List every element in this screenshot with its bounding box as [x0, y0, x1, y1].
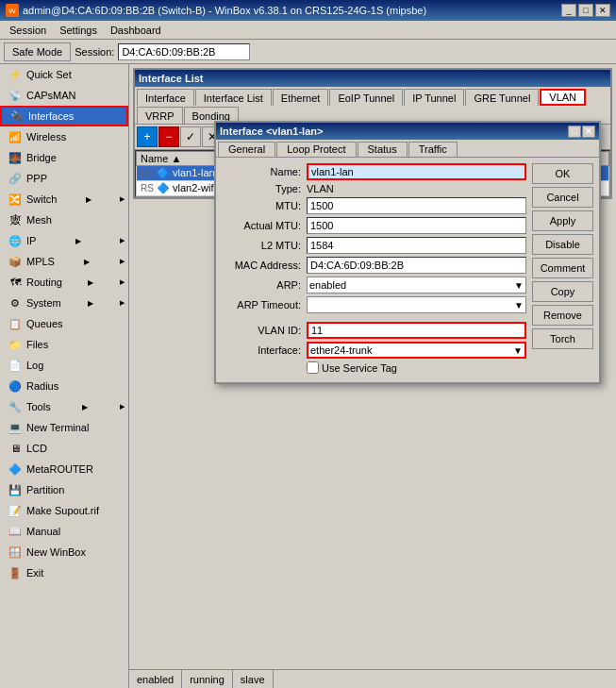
- quick-set-icon: ⚡: [8, 67, 23, 82]
- session-input[interactable]: [118, 43, 250, 60]
- close-btn[interactable]: ✕: [595, 4, 610, 17]
- sidebar-item-exit[interactable]: 🚪 Exit: [0, 562, 128, 583]
- switch-arrow: ▶: [86, 195, 92, 204]
- sidebar-item-ip[interactable]: 🌐 IP ▶: [0, 230, 128, 251]
- copy-button[interactable]: Copy: [532, 281, 593, 302]
- sidebar-item-partition[interactable]: 💾 Partition: [0, 479, 128, 500]
- exit-icon: 🚪: [8, 565, 23, 580]
- sidebar-item-routing[interactable]: 🗺 Routing ▶: [0, 272, 128, 293]
- menu-settings[interactable]: Settings: [54, 24, 103, 37]
- sidebar-item-queues[interactable]: 📋 Queues: [0, 313, 128, 334]
- sidebar-label-make-supout: Make Supout.rif: [26, 505, 99, 516]
- sidebar-item-metarouter[interactable]: 🔷 MetaROUTER: [0, 459, 128, 479]
- arp-value: enabled: [309, 279, 346, 291]
- arp-timeout-select[interactable]: ▼: [307, 296, 526, 313]
- sidebar-item-files[interactable]: 📁 Files: [0, 334, 128, 355]
- mtu-label: MTU:: [222, 200, 307, 211]
- minimize-btn[interactable]: _: [561, 4, 576, 17]
- tab-vlan[interactable]: VLAN: [540, 89, 586, 106]
- modal-tab-traffic[interactable]: Traffic: [408, 142, 458, 157]
- cancel-modal-button[interactable]: Cancel: [532, 187, 593, 208]
- sidebar-item-system[interactable]: ⚙ System ▶: [0, 293, 128, 313]
- modal-controls: □ ✕: [568, 126, 595, 138]
- modal-tab-status[interactable]: Status: [358, 142, 408, 157]
- tools-arrow: ▶: [82, 403, 88, 411]
- form-row-name: Name:: [222, 163, 526, 180]
- modal-tab-general[interactable]: General: [218, 142, 275, 157]
- new-winbox-icon: 🪟: [8, 545, 23, 560]
- ok-button[interactable]: OK: [532, 163, 593, 184]
- tab-interface-list[interactable]: Interface List: [195, 89, 272, 106]
- mtu-input[interactable]: [307, 197, 526, 214]
- switch-icon: 🔀: [8, 192, 23, 207]
- l2-mtu-input[interactable]: [307, 237, 526, 254]
- sidebar-item-tools[interactable]: 🔧 Tools ▶: [0, 396, 128, 417]
- modal-close-btn[interactable]: ✕: [582, 126, 595, 138]
- sidebar-item-new-winbox[interactable]: 🪟 New WinBox: [0, 542, 128, 562]
- name-input[interactable]: [307, 163, 526, 180]
- sidebar-item-capsman[interactable]: 📡 CAPsMAN: [0, 85, 128, 106]
- routing-icon: 🗺: [8, 275, 23, 290]
- comment-button[interactable]: Comment: [532, 258, 593, 278]
- sidebar-item-quick-set[interactable]: ⚡ Quick Set: [0, 64, 128, 85]
- disable-button[interactable]: Disable: [532, 234, 593, 255]
- sidebar-item-mpls[interactable]: 📦 MPLS ▶: [0, 251, 128, 272]
- sidebar-label-new-terminal: New Terminal: [26, 422, 89, 433]
- tab-ethernet[interactable]: Ethernet: [273, 89, 329, 106]
- add-button[interactable]: +: [137, 126, 158, 147]
- sidebar-item-lcd[interactable]: 🖥 LCD: [0, 438, 128, 459]
- sidebar-item-switch[interactable]: 🔀 Switch ▶: [0, 189, 128, 210]
- apply-button[interactable]: ✓: [180, 126, 201, 147]
- tab-eoip-tunnel[interactable]: EoIP Tunnel: [329, 89, 403, 106]
- session-label: Session:: [75, 46, 114, 58]
- actual-mtu-input[interactable]: [307, 217, 526, 234]
- ip-icon: 🌐: [8, 233, 23, 248]
- sidebar-label-system: System: [26, 297, 61, 309]
- sidebar-label-new-winbox: New WinBox: [26, 546, 86, 558]
- mac-label: MAC Address:: [222, 260, 307, 271]
- vlan-id-input[interactable]: [307, 322, 526, 339]
- sidebar-label-bridge: Bridge: [26, 152, 57, 163]
- capsman-icon: 📡: [8, 88, 23, 103]
- modal-tab-loop-protect[interactable]: Loop Protect: [276, 142, 356, 157]
- remove-button[interactable]: −: [158, 126, 179, 147]
- interface-select[interactable]: ether24-trunk ▼: [307, 342, 526, 359]
- interface-value: ether24-trunk: [310, 344, 372, 356]
- log-icon: 📄: [8, 358, 23, 373]
- remove-modal-button[interactable]: Remove: [532, 305, 593, 326]
- menu-session[interactable]: Session: [4, 24, 52, 37]
- lcd-icon: 🖥: [8, 441, 23, 456]
- menu-dashboard[interactable]: Dashboard: [105, 24, 167, 37]
- sidebar-label-mpls: MPLS: [26, 256, 55, 267]
- tab-vrrp[interactable]: VRRP: [137, 107, 183, 124]
- arp-select[interactable]: enabled ▼: [307, 277, 526, 294]
- sidebar-item-log[interactable]: 📄 Log: [0, 355, 128, 376]
- tab-ip-tunnel[interactable]: IP Tunnel: [404, 89, 464, 106]
- safe-mode-button[interactable]: Safe Mode: [4, 42, 71, 61]
- interface-label: Interface:: [222, 344, 307, 356]
- use-service-tag-checkbox[interactable]: [307, 361, 319, 374]
- window-controls: _ □ ✕: [561, 4, 610, 17]
- apply-modal-button[interactable]: Apply: [532, 210, 593, 231]
- interface-list-title: Interface List: [135, 70, 610, 87]
- sidebar-item-manual[interactable]: 📖 Manual: [0, 521, 128, 542]
- sidebar-item-new-terminal[interactable]: 💻 New Terminal: [0, 417, 128, 438]
- mac-input[interactable]: [307, 257, 526, 274]
- title-text: admin@D4:CA:6D:09:BB:2B (Switch-B) - Win…: [23, 5, 426, 16]
- sidebar-item-mesh[interactable]: 🕸 Mesh: [0, 210, 128, 230]
- modal-restore-btn[interactable]: □: [568, 126, 581, 138]
- torch-button[interactable]: Torch: [532, 328, 593, 349]
- new-terminal-icon: 💻: [8, 420, 23, 435]
- sidebar-item-wireless[interactable]: 📶 Wireless: [0, 126, 128, 147]
- sidebar-item-bridge[interactable]: 🌉 Bridge: [0, 147, 128, 168]
- tab-gre-tunnel[interactable]: GRE Tunnel: [465, 89, 539, 106]
- mpls-icon: 📦: [8, 254, 23, 269]
- sidebar-item-interfaces[interactable]: 🔌 Interfaces: [0, 106, 128, 126]
- modal-tab-bar: General Loop Protect Status Traffic: [216, 140, 599, 158]
- sidebar-item-ppp[interactable]: 🔗 PPP: [0, 168, 128, 189]
- maximize-btn[interactable]: □: [578, 4, 593, 17]
- sidebar-item-make-supout[interactable]: 📝 Make Supout.rif: [0, 500, 128, 521]
- sidebar-item-radius[interactable]: 🔵 Radius: [0, 376, 128, 396]
- tab-interface[interactable]: Interface: [137, 89, 194, 106]
- bridge-icon: 🌉: [8, 150, 23, 165]
